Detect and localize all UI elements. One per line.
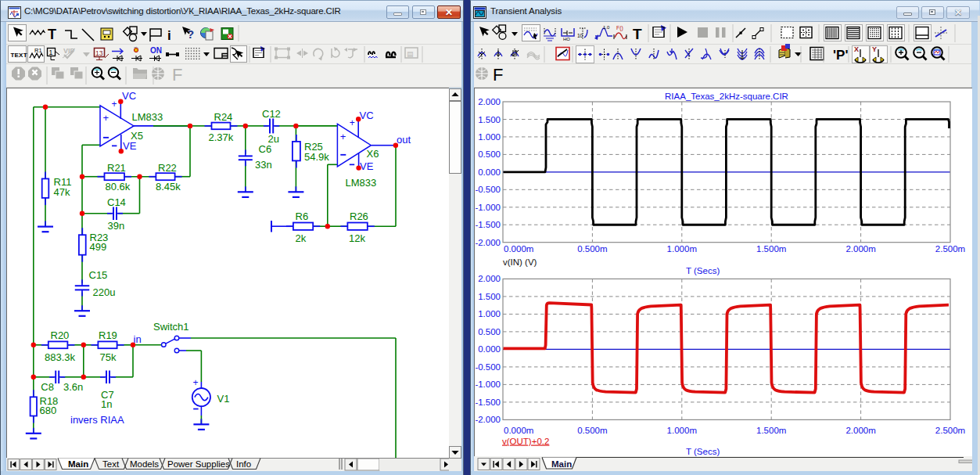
svg-text:1.000: 1.000 [478, 309, 501, 318]
svg-text:10: 10 [577, 33, 583, 38]
svg-text:1.000: 1.000 [478, 132, 501, 142]
svg-text:1.000m: 1.000m [667, 244, 697, 254]
svg-text:invers RIAA: invers RIAA [70, 414, 124, 426]
svg-text:1.500: 1.500 [478, 115, 501, 124]
svg-text:Main: Main [68, 459, 88, 469]
svg-text:R19: R19 [99, 329, 117, 341]
svg-text:-1.500: -1.500 [475, 398, 501, 407]
svg-text:54.9k: 54.9k [304, 151, 329, 163]
svg-text:C6: C6 [259, 143, 272, 155]
svg-text:X6: X6 [367, 148, 379, 160]
svg-text:LM833: LM833 [132, 111, 163, 123]
svg-text:1.500m: 1.500m [756, 244, 786, 254]
svg-text:'P': 'P' [833, 48, 848, 63]
svg-text:12k: 12k [349, 232, 365, 244]
svg-text:2.37k: 2.37k [209, 131, 234, 143]
svg-text:33n: 33n [255, 159, 272, 171]
svg-text:C8: C8 [41, 381, 54, 393]
svg-text:VC: VC [122, 90, 136, 102]
svg-text:39n: 39n [108, 220, 125, 232]
svg-text:TEXT: TEXT [11, 52, 27, 59]
svg-text:1.0: 1.0 [603, 25, 610, 30]
svg-text:LM833: LM833 [346, 177, 377, 189]
svg-text:Models: Models [130, 459, 159, 469]
svg-text:2k: 2k [296, 232, 307, 244]
svg-text:2.000: 2.000 [478, 97, 501, 106]
svg-text:2.000m: 2.000m [845, 426, 875, 435]
svg-text:T: T [48, 27, 56, 42]
svg-text:in: in [134, 333, 142, 345]
svg-text:1.000m: 1.000m [667, 426, 697, 435]
svg-text:R6: R6 [296, 211, 309, 222]
svg-text:0.000m: 0.000m [504, 244, 533, 254]
svg-text:0.000m: 0.000m [504, 426, 533, 435]
svg-text:-1.000: -1.000 [475, 203, 501, 212]
svg-text:-1.000: -1.000 [475, 380, 501, 389]
svg-text:R24: R24 [214, 111, 233, 123]
svg-text:Y: Y [872, 45, 877, 53]
svg-text:Switch1: Switch1 [153, 321, 189, 333]
svg-text:1n: 1n [101, 398, 112, 410]
svg-text:75k: 75k [100, 351, 117, 363]
svg-text:R1: R1 [34, 47, 42, 54]
svg-text:HO: HO [563, 37, 570, 41]
svg-text:0.500m: 0.500m [577, 426, 607, 435]
svg-text:-2.000: -2.000 [475, 415, 501, 424]
svg-text:2.500m: 2.500m [935, 426, 965, 435]
svg-text:RIAA_Texas_2kHz-square.CIR: RIAA_Texas_2kHz-square.CIR [665, 92, 788, 101]
svg-text:80.6k: 80.6k [106, 181, 131, 193]
svg-text:i: i [167, 28, 171, 43]
svg-text:C12: C12 [262, 108, 281, 120]
svg-text:T (Secs): T (Secs) [686, 447, 720, 456]
svg-text:+: + [103, 112, 109, 124]
svg-text:220u: 220u [93, 286, 116, 298]
svg-text:0.500m: 0.500m [577, 244, 607, 254]
svg-text:499: 499 [90, 241, 107, 253]
svg-text:Info: Info [236, 459, 251, 469]
svg-text:3.6n: 3.6n [63, 381, 83, 393]
svg-text:T: T [633, 26, 642, 42]
svg-text:1.500: 1.500 [478, 292, 501, 301]
svg-text:VC: VC [360, 110, 374, 121]
svg-text:R22: R22 [158, 162, 177, 174]
svg-text:2.000: 2.000 [478, 274, 501, 283]
svg-text:883.3k: 883.3k [45, 351, 76, 363]
svg-text:+: + [350, 117, 355, 128]
svg-text:C15: C15 [89, 269, 108, 281]
svg-text:+: + [112, 99, 117, 110]
svg-text:+: + [340, 131, 346, 142]
svg-text:0.000: 0.000 [478, 344, 501, 354]
svg-text:R26: R26 [350, 211, 368, 222]
svg-text:-2.000: -2.000 [475, 238, 501, 247]
svg-text:VE: VE [123, 140, 137, 152]
svg-text:2.500m: 2.500m [935, 244, 965, 254]
svg-text:47k: 47k [54, 186, 70, 198]
svg-text:-0.500: -0.500 [475, 362, 501, 372]
svg-text:F(): F() [616, 25, 623, 31]
svg-text:+: + [193, 377, 199, 388]
svg-text:1.500m: 1.500m [756, 426, 786, 435]
svg-text:Power Supplies: Power Supplies [167, 459, 230, 469]
svg-text:-1.500: -1.500 [475, 220, 501, 229]
svg-text:-0.500: -0.500 [475, 185, 501, 194]
svg-text:0.000: 0.000 [478, 167, 501, 177]
svg-text:Text: Text [102, 459, 120, 469]
svg-text:T (Secs): T (Secs) [686, 266, 720, 275]
svg-text:ON: ON [150, 46, 162, 55]
svg-text:v(OUT)+0.2: v(OUT)+0.2 [502, 437, 549, 446]
svg-text:0.500: 0.500 [478, 327, 501, 336]
svg-text:v(IN) (V): v(IN) (V) [503, 257, 537, 267]
svg-text:680: 680 [40, 405, 57, 416]
svg-text:out: out [397, 134, 411, 146]
svg-text:V1: V1 [217, 393, 230, 405]
svg-text:Main: Main [551, 459, 572, 469]
svg-text:13: 13 [95, 49, 103, 57]
svg-text:X: X [854, 45, 859, 53]
svg-text:R21: R21 [107, 162, 126, 174]
svg-text:1: 1 [49, 49, 53, 56]
svg-text:8.45k: 8.45k [156, 181, 181, 193]
svg-text:C14: C14 [107, 196, 126, 208]
svg-text:2.000m: 2.000m [845, 244, 875, 254]
svg-text:F: F [493, 65, 503, 85]
svg-text:0.500: 0.500 [478, 149, 501, 159]
